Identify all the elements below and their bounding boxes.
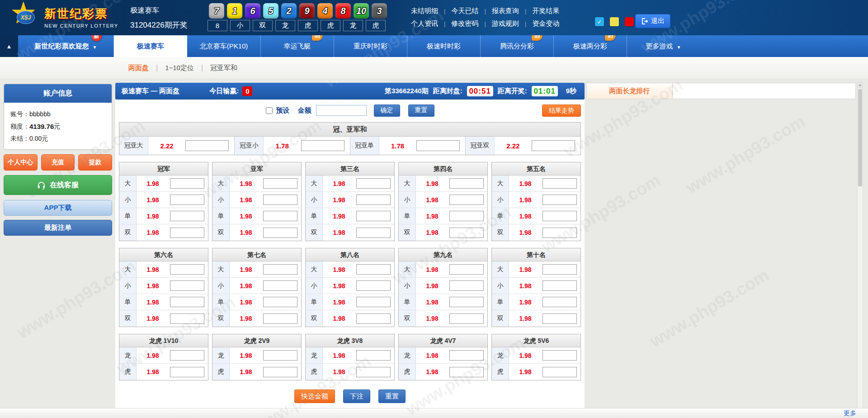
bet-amount-input[interactable] xyxy=(449,228,484,238)
bet-amount-input[interactable] xyxy=(449,280,484,291)
tab-极速赛车[interactable]: 极速赛车 xyxy=(114,35,187,57)
welcome-menu[interactable]: 新 新世纪彩票欢迎您 ▼ xyxy=(18,35,114,57)
bet-amount-input[interactable] xyxy=(449,314,484,324)
bet-amount-input[interactable] xyxy=(170,211,204,221)
place-bet-button[interactable]: 下注 xyxy=(343,390,370,403)
bet-amount-input[interactable] xyxy=(356,264,391,275)
bet-amount-input[interactable] xyxy=(263,178,297,189)
bet-amount-input[interactable] xyxy=(356,297,391,307)
breadcrumb-item[interactable]: 两面盘 xyxy=(128,64,149,72)
two-side-ranking-tab[interactable]: 两面长龙排行 xyxy=(587,83,673,99)
bet-amount-input[interactable] xyxy=(185,140,229,151)
app-download-button[interactable]: APP下载 xyxy=(4,200,112,216)
scrollbar-thumb[interactable] xyxy=(858,89,862,186)
header-link[interactable]: 个人资讯 xyxy=(411,19,438,28)
bet-amount-input[interactable] xyxy=(449,178,484,189)
bet-amount-input[interactable] xyxy=(542,228,577,238)
bet-amount-input[interactable] xyxy=(542,264,577,275)
header-link[interactable]: 修改密码 xyxy=(451,19,478,28)
header-link[interactable]: 游戏规则 xyxy=(492,19,519,28)
scroll-up-arrow[interactable]: ▲ xyxy=(858,82,863,88)
tab-重庆时时彩[interactable]: 重庆时时彩 xyxy=(334,35,407,57)
vertical-scrollbar[interactable]: ▲ xyxy=(857,81,863,418)
bet-amount-input[interactable] xyxy=(356,211,391,221)
bet-amount-input[interactable] xyxy=(170,367,204,377)
bet-amount-input[interactable] xyxy=(542,314,577,324)
tab-幸运飞艇[interactable]: 幸运飞艇热 xyxy=(260,35,334,57)
bet-amount-input[interactable] xyxy=(356,350,391,361)
bet-amount-input[interactable] xyxy=(263,314,297,324)
bet-amount-input[interactable] xyxy=(263,367,297,377)
confirm-button[interactable]: 确定 xyxy=(374,104,400,117)
lottery-ball: 5 xyxy=(263,3,278,19)
bet-amount-input[interactable] xyxy=(263,228,297,238)
theme-swatch[interactable] xyxy=(610,17,619,26)
bet-amount-input[interactable] xyxy=(356,280,391,291)
bet-amount-input[interactable] xyxy=(542,297,577,307)
bet-amount-input[interactable] xyxy=(170,178,204,189)
bet-amount-input[interactable] xyxy=(416,140,460,151)
tab-极速时时彩[interactable]: 极速时时彩 xyxy=(407,35,480,57)
reset-amount-button[interactable]: 重置 xyxy=(408,104,434,117)
bet-amount-input[interactable] xyxy=(170,350,204,361)
bet-amount-input[interactable] xyxy=(170,264,204,275)
tab-极速两分彩[interactable]: 极速两分彩热 xyxy=(553,35,627,57)
bet-amount-input[interactable] xyxy=(449,211,484,221)
bet-amount-input[interactable] xyxy=(542,195,577,205)
tab-腾讯分分彩[interactable]: 腾讯分分彩热 xyxy=(480,35,553,57)
reset-bet-button[interactable]: 重置 xyxy=(378,390,406,403)
bet-amount-input[interactable] xyxy=(263,297,297,307)
bet-amount-input[interactable] xyxy=(170,297,204,307)
bet-amount-input[interactable] xyxy=(170,195,204,205)
bet-amount-input[interactable] xyxy=(263,350,297,361)
theme-swatch[interactable] xyxy=(625,17,634,26)
logout-button[interactable]: 退出 xyxy=(635,14,670,28)
bet-amount-input[interactable] xyxy=(356,228,391,238)
nav-collapse-button[interactable]: ▲ xyxy=(0,35,18,57)
sidebar-button[interactable]: 个人中心 xyxy=(4,154,38,171)
header-link[interactable]: 今天已结 xyxy=(451,7,478,15)
tab-更多游戏[interactable]: 更多游戏▼ xyxy=(627,35,700,57)
result-trend-button[interactable]: 结果走势 xyxy=(542,104,581,117)
online-service-button[interactable]: 在线客服 xyxy=(4,175,112,195)
bet-amount-input[interactable] xyxy=(356,314,391,324)
breadcrumb-item[interactable]: 冠亚军和 xyxy=(210,64,237,72)
bet-amount-input[interactable] xyxy=(263,211,297,221)
sidebar-button[interactable]: 充值 xyxy=(41,154,75,171)
bet-amount-input[interactable] xyxy=(542,211,577,221)
latest-orders-button[interactable]: 最新注单 xyxy=(4,220,112,236)
bet-amount-input[interactable] xyxy=(263,280,297,291)
bet-amount-input[interactable] xyxy=(356,195,391,205)
bet-amount-input[interactable] xyxy=(263,264,297,275)
bet-amount-input[interactable] xyxy=(449,195,484,205)
bet-amount-input[interactable] xyxy=(356,367,391,377)
bet-amount-input[interactable] xyxy=(542,178,577,189)
header-link[interactable]: 未结明细 xyxy=(411,7,438,15)
bet-amount-input[interactable] xyxy=(301,140,344,151)
bet-amount-input[interactable] xyxy=(170,228,204,238)
bet-amount-input[interactable] xyxy=(449,297,484,307)
header-link[interactable]: 开奖结果 xyxy=(532,7,559,15)
tab-北京赛车(PK10)[interactable]: 北京赛车(PK10) xyxy=(187,35,260,57)
quick-amount-button[interactable]: 快选金额 xyxy=(294,390,335,403)
header-link[interactable]: 报表查询 xyxy=(492,7,519,15)
bet-amount-input[interactable] xyxy=(449,367,484,377)
bet-amount-input[interactable] xyxy=(263,195,297,205)
bet-amount-input[interactable] xyxy=(449,264,484,275)
bet-amount-input[interactable] xyxy=(542,280,577,291)
bet-amount-input[interactable] xyxy=(170,314,204,324)
site-logo[interactable]: ★ XSJ 新世纪彩票 NEW CENTURY LOTTERY xyxy=(12,3,118,32)
amount-input[interactable] xyxy=(316,105,367,116)
bet-amount-input[interactable] xyxy=(542,367,577,377)
bet-amount-input[interactable] xyxy=(356,178,391,189)
bet-amount-input[interactable] xyxy=(449,350,484,361)
bet-amount-input[interactable] xyxy=(542,350,577,361)
bet-amount-input[interactable] xyxy=(532,140,575,151)
sidebar-button[interactable]: 提款 xyxy=(78,154,112,171)
header-link[interactable]: 资金变动 xyxy=(532,19,559,28)
theme-swatch[interactable]: ✓ xyxy=(595,17,604,26)
bet-amount-input[interactable] xyxy=(170,280,204,291)
preset-checkbox[interactable] xyxy=(266,107,273,114)
more-link[interactable]: 更多 xyxy=(844,409,856,418)
breadcrumb-item[interactable]: 1~10定位 xyxy=(165,64,194,72)
